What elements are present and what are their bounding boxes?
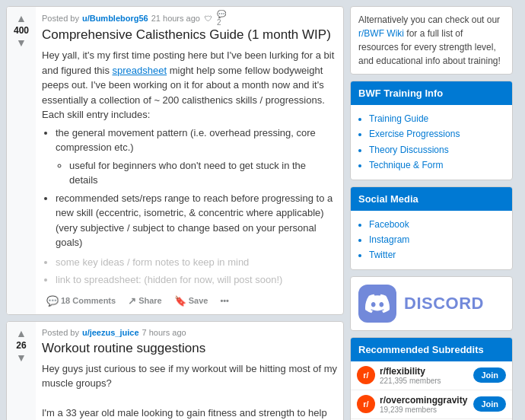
discord-logo bbox=[358, 285, 396, 323]
post-actions-1: 💬 18 Comments ↗ Share 🔖 Save ••• bbox=[42, 292, 337, 310]
sub-members-0: 221,395 members bbox=[380, 377, 469, 385]
vote-count-2: 26 bbox=[16, 340, 26, 351]
social-links-list: Facebook Instagram Twitter bbox=[369, 217, 504, 263]
post-card-1: ▲ 400 ▼ Posted by u/Bumbleborg56 21 hour… bbox=[6, 6, 344, 315]
upvote-button-1[interactable]: ▲ bbox=[16, 13, 27, 24]
post-content-2: Posted by u/jeezus_juice 7 hours ago Wor… bbox=[36, 322, 343, 420]
spreadsheet-link[interactable]: spreadsheet bbox=[113, 65, 167, 76]
vote-col-2: ▲ 26 ▼ bbox=[7, 322, 36, 420]
discord-text: DISCORD bbox=[404, 294, 484, 313]
sub-info-1: r/overcominggravity 19,239 members bbox=[380, 395, 469, 414]
post-author-2[interactable]: u/jeezus_juice bbox=[82, 328, 139, 337]
share-icon-1: ↗ bbox=[128, 295, 136, 307]
social-link-facebook[interactable]: Facebook bbox=[369, 217, 504, 232]
post-author-1[interactable]: u/Bumbleborg56 bbox=[82, 14, 148, 23]
body-p2: I'm a 33 year old male looking to gain f… bbox=[42, 406, 337, 420]
subreddits-list: r/ r/flexibility 221,395 members Join r/… bbox=[351, 361, 512, 420]
share-label-1: Share bbox=[138, 296, 162, 305]
save-label-1: Save bbox=[189, 296, 208, 305]
greyed-list-1: some key ideas / form notes to keep in m… bbox=[56, 255, 337, 288]
bullet-1a-sub: useful for beginners who don't need to g… bbox=[69, 158, 337, 188]
bullet-list-1: the general movement pattern (i.e. overh… bbox=[56, 126, 337, 250]
training-link-0[interactable]: Training Guide bbox=[369, 111, 504, 126]
training-header: BWF Training Info bbox=[351, 81, 512, 105]
recommended-subreddits-card: Recommended Subreddits r/ r/flexibility … bbox=[350, 337, 513, 420]
post-meta-2: Posted by u/jeezus_juice 7 hours ago bbox=[42, 328, 337, 337]
discord-icon bbox=[365, 291, 390, 316]
post-body-2: Hey guys just curious to see if my worko… bbox=[42, 361, 337, 420]
sub-info-0: r/flexibility 221,395 members bbox=[380, 366, 469, 385]
upvote-button-2[interactable]: ▲ bbox=[16, 328, 27, 339]
join-button-1[interactable]: Join bbox=[473, 396, 506, 412]
downvote-button-2[interactable]: ▼ bbox=[16, 352, 27, 363]
training-body: Training Guide Exercise Progressions The… bbox=[351, 105, 512, 180]
sub-name-1[interactable]: r/overcominggravity bbox=[380, 395, 469, 406]
sub-members-1: 19,239 members bbox=[380, 406, 469, 414]
award-icon-1: 🛡 bbox=[203, 13, 214, 24]
post-title-2: Workout routine suggestions bbox=[42, 340, 337, 357]
post-time-2: 7 hours ago bbox=[142, 328, 186, 337]
training-link-1[interactable]: Exercise Progressions bbox=[369, 126, 504, 142]
posted-by-label: Posted by bbox=[42, 14, 79, 23]
post-title-1: Comprehensive Calisthenics Guide (1 mont… bbox=[42, 27, 337, 43]
posted-by-label-2: Posted by bbox=[42, 328, 79, 337]
save-button-1[interactable]: 🔖 Save bbox=[170, 292, 213, 310]
post-content-1: Posted by u/Bumbleborg56 21 hours ago 🛡 … bbox=[36, 7, 343, 314]
training-links-list: Training Guide Exercise Progressions The… bbox=[369, 111, 504, 173]
social-media-card: Social Media Facebook Instagram Twitter bbox=[350, 186, 513, 270]
post-body-1: Hey yall, it's my first time posting her… bbox=[42, 48, 337, 288]
comments-button-1[interactable]: 💬 18 Comments bbox=[42, 292, 120, 310]
social-link-instagram[interactable]: Instagram bbox=[369, 232, 504, 247]
share-button-1[interactable]: ↗ Share bbox=[123, 292, 167, 310]
bullet-1b: recommended sets/reps range to reach bef… bbox=[56, 191, 337, 250]
social-body: Facebook Instagram Twitter bbox=[351, 211, 512, 269]
post-time-1: 21 hours ago bbox=[151, 14, 200, 23]
sub-icon-1: r/ bbox=[357, 395, 375, 413]
top-text-card: Alternatively you can check out our r/BW… bbox=[350, 6, 513, 75]
more-icon-1: ••• bbox=[220, 296, 229, 305]
posts-column: ▲ 400 ▼ Posted by u/Bumbleborg56 21 hour… bbox=[0, 0, 350, 420]
downvote-button-1[interactable]: ▼ bbox=[16, 37, 27, 48]
training-info-card: BWF Training Info Training Guide Exercis… bbox=[350, 81, 513, 180]
training-link-2[interactable]: Theory Discussions bbox=[369, 142, 504, 158]
subreddit-row-0: r/ r/flexibility 221,395 members Join bbox=[351, 361, 512, 390]
discord-card[interactable]: DISCORD bbox=[350, 276, 513, 331]
recommended-header: Recommended Subreddits bbox=[351, 338, 512, 361]
vote-count-1: 400 bbox=[14, 25, 29, 36]
comment-icon-btn-1: 💬 bbox=[46, 295, 59, 307]
join-button-0[interactable]: Join bbox=[473, 368, 506, 383]
training-link-3[interactable]: Technique & Form bbox=[369, 158, 504, 173]
greyed-item-1b: link to spreadsheet: (hidden for now, wi… bbox=[56, 272, 337, 288]
comment-icon-1: 💬2 bbox=[217, 13, 228, 24]
body-p1: Hey guys just curious to see if my worko… bbox=[42, 361, 337, 391]
subreddit-row-1: r/ r/overcominggravity 19,239 members Jo… bbox=[351, 390, 512, 419]
more-button-1[interactable]: ••• bbox=[215, 293, 234, 308]
sidebar: Alternatively you can check out our r/BW… bbox=[350, 0, 519, 420]
social-header: Social Media bbox=[351, 187, 512, 211]
save-icon-1: 🔖 bbox=[174, 295, 186, 307]
post-card-2: ▲ 26 ▼ Posted by u/jeezus_juice 7 hours … bbox=[6, 321, 344, 420]
greyed-item-1a: some key ideas / form notes to keep in m… bbox=[56, 255, 337, 270]
social-link-twitter[interactable]: Twitter bbox=[369, 247, 504, 262]
bwf-wiki-link[interactable]: r/BWF Wiki bbox=[358, 28, 404, 39]
sub-icon-0: r/ bbox=[357, 366, 375, 384]
top-text-content: Alternatively you can check out our bbox=[358, 14, 500, 25]
bullet-1a: the general movement pattern (i.e. overh… bbox=[56, 126, 337, 188]
vote-col-1: ▲ 400 ▼ bbox=[7, 7, 36, 314]
sub-name-0[interactable]: r/flexibility bbox=[380, 366, 469, 377]
post-meta-1: Posted by u/Bumbleborg56 21 hours ago 🛡 … bbox=[42, 13, 337, 24]
comments-label-1: 18 Comments bbox=[61, 296, 116, 305]
